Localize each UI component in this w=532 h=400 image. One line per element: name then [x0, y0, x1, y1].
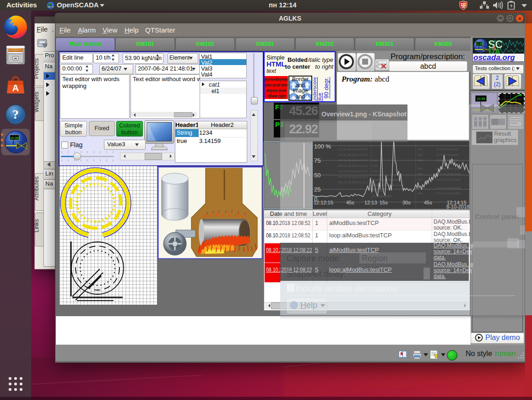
svg-text:A: A	[12, 83, 19, 93]
svg-text:?: ?	[12, 107, 19, 121]
svg-text:10.95: 10.95	[10, 136, 19, 140]
svg-text:10.95: 10.95	[475, 42, 483, 45]
svg-text:10.95: 10.95	[477, 97, 485, 100]
